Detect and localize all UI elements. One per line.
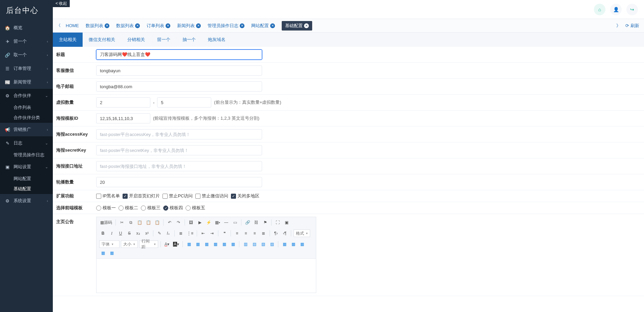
- superscript-icon[interactable]: x²: [143, 230, 151, 237]
- sidebar-item-site[interactable]: ▣ 网站设置 ⌄: [0, 160, 53, 174]
- checkbox-ext-3[interactable]: 禁止微信访问: [195, 193, 228, 199]
- sidebar-sub-site-config[interactable]: 网站配置: [0, 174, 53, 184]
- tab-scroll-left[interactable]: 《: [53, 19, 64, 32]
- sidebar-item-news[interactable]: 📰 新闻管理 ‹: [0, 75, 53, 89]
- format-combo[interactable]: 格式▾: [294, 230, 310, 237]
- input-secret-key[interactable]: [96, 145, 262, 155]
- tab-admin-log[interactable]: 管理员操作日志✕: [208, 23, 244, 29]
- subtab-main[interactable]: 主站相关: [53, 33, 83, 47]
- sidebar-sub-partner-list[interactable]: 合作列表: [0, 102, 53, 113]
- tab-data-list-2[interactable]: 数据列表✕: [116, 23, 140, 29]
- strike-icon[interactable]: S: [126, 230, 133, 237]
- subtab-reserve-a[interactable]: 留一个: [151, 33, 176, 47]
- user-button[interactable]: 👤: [610, 4, 622, 15]
- unlink-icon[interactable]: ⛓: [253, 219, 260, 226]
- close-icon[interactable]: ✕: [135, 23, 140, 28]
- table-delete-icon[interactable]: ▦: [220, 240, 228, 248]
- table-row-icon[interactable]: ▦: [194, 240, 201, 248]
- subtab-ash-domain[interactable]: 炮灰域名: [202, 33, 232, 47]
- table-merge-icon[interactable]: ▦: [229, 240, 237, 248]
- delete-col-icon[interactable]: ▨: [268, 240, 276, 248]
- paste-text-icon[interactable]: 📋: [145, 219, 152, 226]
- insert-col-before-icon[interactable]: ▦: [298, 240, 306, 248]
- sidebar-sub-admin-log[interactable]: 管理员操作日志: [0, 150, 53, 160]
- tab-home[interactable]: HOME: [66, 23, 79, 28]
- logout-button[interactable]: ↪: [626, 4, 638, 15]
- tab-base-config[interactable]: 基础配置✕: [282, 21, 312, 31]
- maximize-icon[interactable]: ⛶: [274, 219, 281, 226]
- remove-format-icon[interactable]: Iₓ: [165, 230, 172, 237]
- input-poster-id[interactable]: [96, 113, 150, 123]
- tab-data-list-1[interactable]: 数据列表✕: [86, 23, 109, 29]
- insert-col-after-icon[interactable]: ▦: [99, 249, 107, 257]
- sidebar-item-reserve-1[interactable]: ✈ 留一个 ‹: [0, 35, 53, 48]
- sidebar-item-reserve-2[interactable]: 🔗 取一个 ‹: [0, 48, 53, 62]
- blockquote-icon[interactable]: ❝: [221, 230, 228, 237]
- close-icon[interactable]: ✕: [105, 23, 109, 28]
- radio-template-2[interactable]: 模板三: [141, 205, 160, 211]
- ordered-list-icon[interactable]: ≣: [177, 230, 185, 237]
- sidebar-item-partners[interactable]: ⚙ 合作伙伴 ⌄: [0, 89, 53, 102]
- collapse-sidebar-tab[interactable]: < 收起: [53, 0, 70, 7]
- close-icon[interactable]: ✕: [304, 23, 309, 28]
- split-cell-h-icon[interactable]: ▥: [242, 240, 249, 248]
- align-left-icon[interactable]: ≡: [233, 230, 241, 237]
- font-combo[interactable]: 字体▾: [99, 240, 120, 248]
- split-cell-v-icon[interactable]: ▤: [251, 240, 258, 248]
- input-wechat[interactable]: [96, 65, 262, 76]
- align-justify-icon[interactable]: ≣: [260, 230, 267, 237]
- sidebar-item-overview[interactable]: 🏠 概览: [0, 21, 53, 35]
- fontsize-combo[interactable]: 大小▾: [121, 240, 138, 248]
- sidebar-item-system[interactable]: ⚙ 系统设置 ‹: [0, 194, 53, 208]
- table-cell-icon[interactable]: ▦: [185, 240, 193, 248]
- input-access-key[interactable]: [96, 129, 262, 139]
- input-poster-api[interactable]: [96, 161, 262, 171]
- lineheight-combo[interactable]: 行间距▾: [139, 240, 158, 248]
- anchor-icon[interactable]: ⚑: [261, 219, 269, 226]
- image-icon[interactable]: 🖼: [187, 219, 195, 226]
- redo-icon[interactable]: ↷: [175, 219, 182, 226]
- cut-icon[interactable]: ✂: [118, 219, 126, 226]
- indent-icon[interactable]: ⇥: [208, 230, 216, 237]
- paste-icon[interactable]: 📋: [136, 219, 143, 226]
- tab-news-list[interactable]: 新闻列表✕: [177, 23, 201, 29]
- highlight-icon[interactable]: ✎: [156, 230, 163, 237]
- unordered-list-icon[interactable]: ⋮≡: [186, 230, 194, 237]
- checkbox-ext-0[interactable]: IP黑名单: [96, 193, 120, 199]
- sidebar-item-orders[interactable]: ☰ 订单管理 ‹: [0, 62, 53, 75]
- close-icon[interactable]: ✕: [270, 23, 275, 28]
- rtl-icon[interactable]: ‹¶: [281, 230, 288, 237]
- bg-color-icon[interactable]: A▾: [172, 240, 180, 248]
- subtab-distribution[interactable]: 分销相关: [121, 33, 151, 47]
- sidebar-item-logs[interactable]: ✎ 日志 ⌄: [0, 136, 53, 150]
- input-title[interactable]: [96, 50, 262, 60]
- table-icon[interactable]: ▦▾: [214, 219, 221, 226]
- radio-template-3[interactable]: 模板四: [163, 205, 183, 211]
- close-icon[interactable]: ✕: [240, 23, 244, 28]
- bold-icon[interactable]: B: [99, 230, 107, 237]
- sidebar-sub-partner-category[interactable]: 合作伙伴分类: [0, 113, 53, 123]
- ltr-icon[interactable]: ¶›: [272, 230, 280, 237]
- table-col-icon[interactable]: ▦: [203, 240, 210, 248]
- radio-template-1[interactable]: 模板二: [119, 205, 138, 211]
- input-virtual-to[interactable]: [157, 97, 211, 108]
- radio-template-0[interactable]: 模板一: [96, 205, 116, 211]
- editor-body[interactable]: [96, 259, 316, 293]
- checkbox-ext-4[interactable]: ✓关闭多地区: [231, 193, 259, 199]
- home-button[interactable]: ⌂: [594, 4, 605, 15]
- subtab-reserve-b[interactable]: 抽一个: [176, 33, 202, 47]
- subtab-wxpay[interactable]: 微信支付相关: [83, 33, 121, 47]
- outdent-icon[interactable]: ⇤: [199, 230, 207, 237]
- tab-refresh[interactable]: ⟳ 刷新: [625, 23, 639, 29]
- align-right-icon[interactable]: ≡: [251, 230, 258, 237]
- sidebar-sub-base-config[interactable]: 基础配置: [0, 184, 53, 194]
- iframe-icon[interactable]: ▭: [231, 219, 239, 226]
- copy-icon[interactable]: ⧉: [127, 219, 134, 226]
- checkbox-ext-1[interactable]: ✓开启首页幻灯片: [123, 193, 160, 199]
- text-color-icon[interactable]: A▾: [163, 240, 171, 248]
- sidebar-item-marketing[interactable]: 📢 营销推广 ‹: [0, 123, 53, 136]
- input-carousel[interactable]: [96, 177, 262, 187]
- tab-scroll-right[interactable]: 》: [616, 23, 621, 29]
- tab-site-config[interactable]: 网站配置✕: [251, 23, 275, 29]
- italic-icon[interactable]: I: [108, 230, 115, 237]
